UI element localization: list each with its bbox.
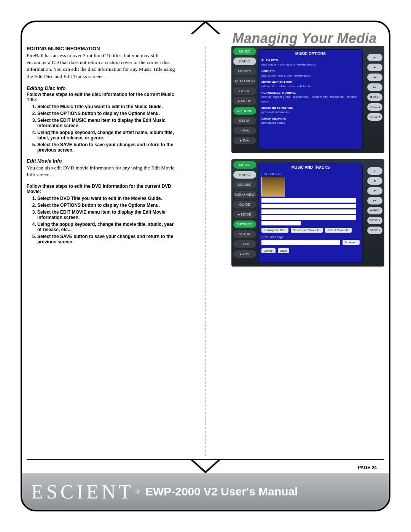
grp-h: IMPORT/EXPORT xyxy=(261,117,360,121)
bottom-notch-inner xyxy=(193,460,218,471)
shot-a-right-buttons: ▸ ■ ◂◂ ▸▸ ■ REC PAGE ▴ PAGE ▾ xyxy=(366,54,382,151)
side-btn[interactable]: MOVIES xyxy=(233,181,256,189)
screenshot-edit-music: MUSIC RADIO MOVIES MENU VIEW GUIDE ▸ MOD… xyxy=(231,159,384,267)
lookup-disc-button[interactable]: Lookup this Disc xyxy=(261,228,288,233)
rbtn[interactable]: ■ REC xyxy=(367,207,382,214)
step: Select the EDIT MUSIC menu item to displ… xyxy=(37,118,179,128)
step: Select the EDIT MOVIE menu item to displ… xyxy=(37,209,179,220)
grp-h: MUSIC AND TRACKS xyxy=(261,80,360,84)
rbtn[interactable]: ▸▸ xyxy=(367,197,382,204)
steps-movie-info: Select the DVD Title you want to edit in… xyxy=(27,196,179,244)
right-column: MUSIC RADIO MOVIES MENU VIEW GUIDE ▸ MOD… xyxy=(183,46,384,456)
search-cover-button[interactable]: Search for Cover Art xyxy=(291,228,323,233)
top-notch-inner xyxy=(193,23,218,34)
grp-l: new group · edit group · delete group xyxy=(261,73,360,78)
side-btn[interactable]: MOVIES xyxy=(233,67,256,75)
rbtn[interactable]: ■ xyxy=(367,64,382,71)
manual-title: EWP-2000 V2 User's Manual xyxy=(145,485,298,498)
screenshot-music-options: MUSIC RADIO MOVIES MENU VIEW GUIDE ▸ MOD… xyxy=(231,46,384,153)
rbtn[interactable]: PAGE ▴ xyxy=(367,103,382,111)
side-btn[interactable]: MENU VIEW xyxy=(233,191,256,198)
grp-h: GROUPS xyxy=(261,69,360,73)
side-btn[interactable]: ▸ MODE xyxy=(233,211,256,218)
panel-title: MUSIC AND TRACKS xyxy=(261,165,360,170)
step: Using the popup keyboard, change the mov… xyxy=(37,222,179,232)
edit-field[interactable] xyxy=(261,209,356,214)
edit-field[interactable] xyxy=(261,221,301,225)
rbtn[interactable]: PAGE ▾ xyxy=(367,113,382,121)
edit-field[interactable] xyxy=(261,198,356,203)
rbtn[interactable]: ■ xyxy=(367,177,382,185)
side-btn[interactable]: RADIO xyxy=(233,171,256,179)
side-btn[interactable]: ▸ MODE xyxy=(233,97,256,105)
heading-movie-info: Edit Movie Info xyxy=(27,158,179,164)
cover-art-thumb xyxy=(261,177,285,197)
heading-editing-music: EDITING MUSIC INFORMATION xyxy=(27,46,179,51)
grp-h: MUSIC INFORMATION xyxy=(261,106,360,110)
select-cover-button[interactable]: Select Cover Art xyxy=(325,228,352,233)
edit-field[interactable] xyxy=(261,215,356,220)
shot-b-right-buttons: ▸ ■ ◂◂ ▸▸ ■ REC PAGE ▴ PAGE ▾ xyxy=(366,167,382,265)
rbtn[interactable]: ▸ xyxy=(367,54,382,61)
cancel-button[interactable]: Cancel xyxy=(261,248,276,253)
panel-title: MUSIC OPTIONS xyxy=(261,51,360,57)
shot-a-panel: MUSIC OPTIONS PLAYLISTSnew playlist · ed… xyxy=(258,49,363,150)
rbtn[interactable]: ◂◂ xyxy=(367,187,382,195)
registered-mark: ® xyxy=(135,488,140,495)
brand-logo: ESCIENT xyxy=(31,481,134,503)
section-header: Managing Your Media xyxy=(232,30,377,46)
side-btn[interactable]: MUSIC xyxy=(233,48,256,55)
heading-disc-info: Editing Disc Info xyxy=(27,85,179,91)
panel-subtitle: EDIT MUSIC xyxy=(261,172,360,177)
rbtn[interactable]: ▸ xyxy=(367,167,382,175)
side-btn[interactable]: ▸ FAV xyxy=(233,137,256,144)
side-btn[interactable]: OPTIONS xyxy=(233,220,256,228)
step: Select the Music Title you want to edit … xyxy=(37,104,179,109)
browse-button[interactable]: Browse... xyxy=(342,240,360,245)
body-movie-info: You can also edit DVD movie information … xyxy=(27,165,179,178)
side-btn[interactable]: + FAV xyxy=(233,127,256,134)
rbtn[interactable]: ◂◂ xyxy=(367,73,382,81)
cover-path-field[interactable] xyxy=(261,240,340,245)
shot-b-sidebar: MUSIC RADIO MOVIES MENU VIEW GUIDE ▸ MOD… xyxy=(233,161,256,265)
grp-l: print music library xyxy=(261,121,360,125)
content-area: EDITING MUSIC INFORMATION FireBall has a… xyxy=(27,46,384,456)
grp-l: new playlist · edit playlist · delete pl… xyxy=(261,62,360,67)
side-btn[interactable]: MUSIC xyxy=(233,161,256,169)
left-column: EDITING MUSIC INFORMATION FireBall has a… xyxy=(27,46,183,456)
save-button[interactable]: Save xyxy=(278,248,289,253)
steps-disc-info: Select the Music Title you want to edit … xyxy=(27,104,179,153)
side-btn[interactable]: SETUP xyxy=(233,230,256,238)
step: Select the SAVE button to save your chan… xyxy=(37,234,179,244)
side-btn[interactable]: + FAV xyxy=(233,240,256,248)
lead-movie-info: Follow these steps to edit the DVD infor… xyxy=(27,184,179,194)
grp-h: PLAYLISTS xyxy=(261,58,360,62)
step: Select the DVD Title you want to edit in… xyxy=(37,196,179,201)
rbtn[interactable]: ▸▸ xyxy=(367,83,382,91)
side-btn[interactable]: SETUP xyxy=(233,117,256,125)
side-btn[interactable]: GUIDE xyxy=(233,87,256,95)
side-btn[interactable]: OPTIONS xyxy=(233,107,256,115)
page-number: PAGE 24 xyxy=(358,465,377,470)
edit-field[interactable] xyxy=(261,204,356,208)
grp-l: normal · repeat group · repeat track · r… xyxy=(261,95,360,103)
cover-art-label: Cover Art Image xyxy=(261,235,360,239)
step: Using the popup keyboard, change the art… xyxy=(37,130,179,141)
grp-l: edit music · delete music · edit tracks xyxy=(261,84,360,88)
grp-h: PLAYMODES: NORMAL xyxy=(261,91,360,95)
side-btn[interactable]: RADIO xyxy=(233,58,256,65)
rbtn[interactable]: PAGE ▴ xyxy=(367,217,382,224)
step: Select the OPTIONS button to display the… xyxy=(37,203,179,208)
shot-b-panel: MUSIC AND TRACKS EDIT MUSIC Lookup this … xyxy=(258,163,363,263)
side-btn[interactable]: GUIDE xyxy=(233,201,256,208)
step: Select the SAVE button to save your chan… xyxy=(37,142,179,153)
body-editing-music: FireBall has access to over 3 million CD… xyxy=(27,52,179,80)
side-btn[interactable]: MENU VIEW xyxy=(233,77,256,85)
step: Select the OPTIONS button to display the… xyxy=(37,111,179,116)
side-btn[interactable]: ▸ FAV xyxy=(233,250,256,258)
grp-l: get music information xyxy=(261,110,360,114)
lead-disc-info: Follow these steps to edit the disc info… xyxy=(27,92,179,102)
rbtn[interactable]: PAGE ▾ xyxy=(367,227,382,234)
manual-page: Managing Your Media EDITING MUSIC INFORM… xyxy=(0,0,411,532)
rbtn[interactable]: ■ REC xyxy=(367,93,382,101)
